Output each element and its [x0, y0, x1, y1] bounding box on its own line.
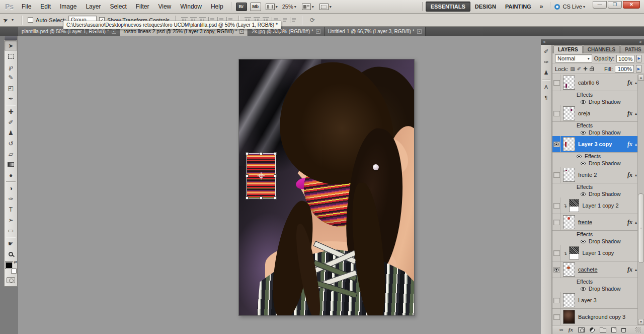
opacity-slider-button[interactable]: ▶	[636, 55, 641, 62]
collapse-effects-icon[interactable]: ▴	[635, 142, 637, 147]
eye-icon[interactable]	[581, 240, 586, 243]
drop-shadow-row[interactable]: Drop Shadow	[552, 160, 644, 167]
workspace-overflow-button[interactable]: »	[536, 3, 547, 10]
lock-transparency-icon[interactable]: ▨	[570, 66, 575, 72]
layer-thumbnail[interactable]	[569, 199, 579, 212]
effects-row[interactable]: Effects	[552, 183, 644, 190]
drop-shadow-row[interactable]: Drop Shadow	[552, 285, 644, 292]
visibility-toggle[interactable]	[552, 214, 561, 230]
layer-thumbnail[interactable]	[563, 106, 575, 120]
visibility-toggle[interactable]	[552, 245, 561, 261]
lasso-tool[interactable]: ℘	[5, 61, 17, 72]
eye-icon[interactable]	[581, 131, 586, 135]
drop-shadow-row[interactable]: Drop Shadow	[552, 238, 644, 245]
transform-handle[interactable]	[260, 152, 263, 155]
visibility-toggle[interactable]	[552, 197, 561, 214]
layer-row-layer-1-copy-2[interactable]: ↴ Layer 1 copy 2	[552, 197, 644, 214]
menu-filter[interactable]: Filter	[131, 0, 154, 13]
transform-handle[interactable]	[246, 152, 249, 155]
effects-row[interactable]: Effects	[552, 231, 644, 238]
quick-selection-tool[interactable]: ✎	[5, 72, 17, 83]
rectangular-marquee-tool[interactable]	[5, 51, 17, 61]
opacity-value[interactable]: 100%	[616, 55, 634, 62]
layer-row-layer-3-copy[interactable]: Layer 3 copy fx ▴	[552, 136, 644, 153]
delete-layer-icon[interactable]	[621, 328, 626, 332]
new-layer-icon[interactable]	[611, 327, 616, 332]
eyedropper-tool[interactable]: ✒	[5, 93, 17, 104]
brushes-panel-icon[interactable]: ✑	[542, 57, 551, 66]
spot-healing-brush-tool[interactable]: ✚	[5, 106, 17, 117]
visibility-toggle[interactable]	[552, 261, 561, 278]
character-panel-icon[interactable]: A	[542, 83, 551, 92]
close-button[interactable]: ✕	[623, 1, 640, 9]
chevron-down-icon[interactable]: ▾	[312, 5, 314, 9]
fill-slider-button[interactable]: ▶	[636, 65, 641, 73]
menu-select[interactable]: Select	[105, 0, 131, 13]
scroll-down-icon[interactable]: ▼	[638, 319, 644, 325]
dodge-tool[interactable]: ◑	[5, 183, 17, 193]
quick-mask-button[interactable]	[7, 277, 15, 283]
menu-edit[interactable]: Edit	[36, 0, 55, 13]
tab-close-icon[interactable]: ×	[112, 29, 116, 34]
foreground-color-swatch[interactable]	[6, 262, 13, 269]
workspace-painting-button[interactable]: PAINTING	[501, 2, 536, 11]
lock-position-icon[interactable]: ✚	[583, 66, 587, 72]
minimize-button[interactable]: —	[593, 1, 607, 9]
layer-thumbnail[interactable]	[569, 246, 579, 259]
menu-help[interactable]: Help	[206, 0, 228, 13]
menu-layer[interactable]: Layer	[81, 0, 105, 13]
visibility-toggle[interactable]	[552, 309, 561, 325]
tab-close-icon[interactable]: ×	[417, 29, 422, 34]
hand-tool[interactable]: ☛	[5, 238, 17, 249]
zoom-tool[interactable]	[5, 249, 17, 259]
collapse-effects-icon[interactable]: ▴	[635, 220, 637, 225]
fill-value[interactable]: 100%	[615, 65, 634, 73]
document-rostro-lineas-2[interactable]	[238, 59, 415, 316]
transform-handle[interactable]	[246, 196, 249, 199]
adjustment-layer-icon[interactable]	[590, 327, 595, 332]
scrollbar-thumb[interactable]: ≡	[638, 193, 644, 263]
layer-thumbnail[interactable]	[563, 168, 575, 182]
panel-resize-grip[interactable]	[635, 327, 641, 332]
clone-stamp-tool[interactable]: ♟	[5, 127, 17, 138]
transform-handle[interactable]	[274, 196, 277, 199]
view-extras-icon[interactable]	[266, 4, 275, 10]
blend-mode-dropdown[interactable]: Normal ▾	[555, 54, 592, 62]
blur-tool[interactable]: ●	[5, 170, 17, 180]
swap-colors-icon[interactable]: ⇄	[14, 260, 17, 264]
eye-icon[interactable]	[581, 162, 586, 165]
menu-file[interactable]: File	[17, 0, 36, 13]
transform-reference-point[interactable]	[259, 174, 264, 178]
transform-handle[interactable]	[260, 196, 263, 199]
workspace-essentials-button[interactable]: ESSENTIALS	[426, 2, 470, 12]
add-layer-mask-icon[interactable]	[578, 327, 585, 332]
gradient-tool[interactable]	[5, 159, 17, 170]
layer-row-oreja[interactable]: oreja fx ▴	[552, 105, 644, 122]
chevron-down-icon[interactable]: ▾	[276, 5, 278, 9]
tab-untitled-1[interactable]: Untitled-1 @ 66,7% (Layer 3, RGB/8) * ×	[325, 27, 426, 36]
screen-mode-icon[interactable]	[319, 4, 329, 10]
eraser-tool[interactable]: ▱	[5, 149, 17, 159]
tab-layers[interactable]: LAYERS	[553, 45, 583, 53]
eye-icon[interactable]	[581, 100, 586, 104]
visibility-toggle[interactable]	[552, 105, 561, 121]
visibility-toggle[interactable]	[552, 75, 561, 91]
transform-handle[interactable]	[274, 152, 277, 155]
collapse-effects-icon[interactable]: ▴	[635, 173, 637, 177]
chevron-down-icon[interactable]: ▾	[583, 5, 585, 9]
zoom-level-value[interactable]: 25%	[282, 4, 293, 10]
history-brush-tool[interactable]: ↺	[5, 138, 17, 149]
layer-row-layer-3[interactable]: Layer 3	[552, 292, 644, 309]
clone-source-panel-icon[interactable]: ♟	[542, 68, 551, 77]
collapse-effects-icon[interactable]: ▴	[635, 81, 637, 85]
layer-row-background-copy-3[interactable]: Background copy 3	[552, 309, 644, 325]
layer-thumbnail[interactable]	[563, 137, 575, 151]
layer-row-cabrllo-6[interactable]: cabrllo 6 fx ▴	[552, 75, 644, 91]
menu-image[interactable]: Image	[55, 0, 81, 13]
launch-mini-bridge-button[interactable]: Mb	[250, 3, 261, 11]
path-selection-tool[interactable]: ➢	[5, 215, 17, 225]
expand-dock-icon[interactable]: »	[543, 40, 545, 44]
tab-paths[interactable]: PATHS	[620, 45, 644, 53]
eye-icon[interactable]	[577, 155, 582, 158]
transform-handle[interactable]	[246, 174, 249, 177]
